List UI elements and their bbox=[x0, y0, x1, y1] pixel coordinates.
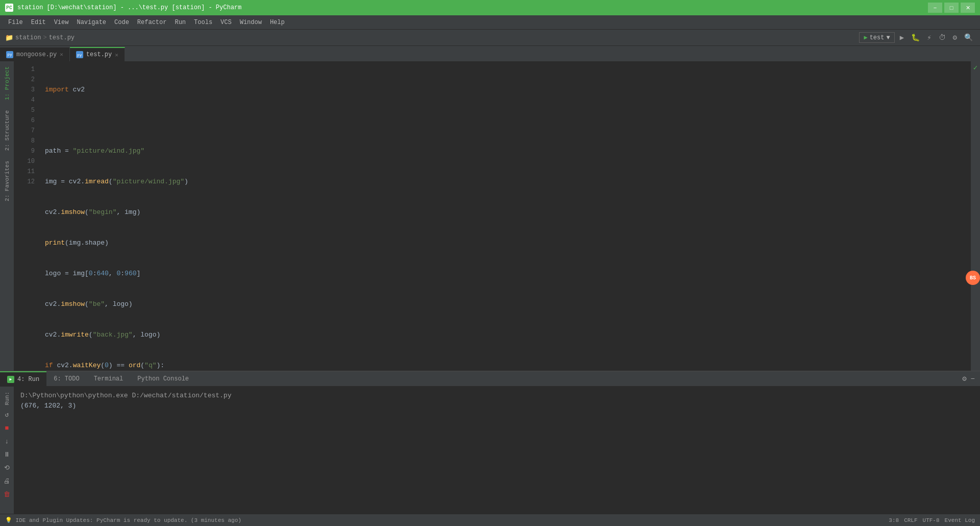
run-config-dropdown-icon: ▼ bbox=[886, 34, 890, 41]
sidebar-item-favorites[interactable]: 2: Favorites bbox=[2, 156, 12, 206]
minimize-panel-icon[interactable]: − bbox=[970, 374, 976, 384]
menu-file[interactable]: File bbox=[4, 17, 27, 28]
run-tab-icon: ▶ bbox=[7, 376, 14, 383]
status-bar: 💡 IDE and Plugin Updates: PyCharm is rea… bbox=[0, 514, 980, 526]
line-ending[interactable]: CRLF bbox=[904, 517, 917, 523]
status-bar-left: 💡 IDE and Plugin Updates: PyCharm is rea… bbox=[5, 517, 241, 523]
code-line-2 bbox=[45, 115, 966, 126]
line-num-11: 11 bbox=[14, 166, 35, 177]
code-line-8: cv2.imshow("be", logo) bbox=[45, 299, 966, 309]
run-left-toolbar: Run: ↺ ■ ↓ ⏸ ⟲ 🖨 🗑 bbox=[0, 387, 14, 514]
bottom-tab-python-console[interactable]: Python Console bbox=[130, 371, 196, 386]
maximize-button[interactable]: □ bbox=[944, 3, 959, 13]
stop-button[interactable]: ■ bbox=[2, 422, 13, 434]
debug-button[interactable]: 🐛 bbox=[909, 32, 922, 43]
mongoose-file-icon: py bbox=[6, 51, 13, 58]
line-num-8: 8 bbox=[14, 136, 35, 146]
bottom-tab-todo[interactable]: 6: TODO bbox=[46, 371, 86, 386]
bottom-tabs-bar: ▶ 4: Run 6: TODO Terminal Python Console… bbox=[0, 371, 980, 387]
tab-test[interactable]: py test.py ✕ bbox=[70, 47, 125, 61]
bottom-tab-controls: ⚙ − bbox=[961, 373, 980, 384]
tab-mongoose[interactable]: py mongoose.py ✕ bbox=[0, 47, 70, 61]
bottom-tab-run[interactable]: ▶ 4: Run bbox=[0, 371, 46, 386]
line-num-3: 3 bbox=[14, 85, 35, 95]
soft-wrap-button[interactable]: ⟲ bbox=[2, 462, 13, 473]
run-config-selector[interactable]: ▶ test ▼ bbox=[859, 32, 894, 43]
code-line-10: if cv2.waitKey(0) == ord("q"): bbox=[45, 361, 966, 371]
tab-test-close[interactable]: ✕ bbox=[115, 52, 118, 58]
event-log[interactable]: Event Log bbox=[945, 517, 975, 523]
tab-test-label: test.py bbox=[86, 51, 112, 58]
pause-button[interactable]: ⏸ bbox=[2, 449, 13, 460]
profile-button[interactable]: ⏱ bbox=[937, 33, 948, 43]
code-editor[interactable]: import cv2 path = "picture/wind.jpg" img… bbox=[40, 61, 971, 371]
bottom-tab-terminal[interactable]: Terminal bbox=[87, 371, 131, 386]
plugin-badge[interactable]: BS bbox=[966, 271, 980, 285]
breadcrumb: 📁 station > test.py bbox=[5, 34, 75, 42]
breadcrumb-separator: > bbox=[43, 34, 46, 41]
rerun-button[interactable]: ↺ bbox=[2, 409, 13, 420]
line-num-12: 12 bbox=[14, 177, 35, 187]
menu-help[interactable]: Help bbox=[266, 17, 289, 28]
menu-vcs[interactable]: VCS bbox=[216, 17, 236, 28]
line-num-10: 10 bbox=[14, 156, 35, 166]
settings-panel-icon[interactable]: ⚙ bbox=[961, 373, 967, 384]
status-message: 💡 IDE and Plugin Updates: PyCharm is rea… bbox=[5, 517, 241, 523]
code-line-3: path = "picture/wind.jpg" bbox=[45, 146, 966, 156]
run-panel-label: Run: bbox=[4, 390, 10, 407]
coverage-button[interactable]: ⚡ bbox=[925, 32, 933, 43]
toolbar-right: ▶ test ▼ ▶ 🐛 ⚡ ⏱ ⚙ 🔍 bbox=[859, 32, 975, 43]
encoding[interactable]: UTF-8 bbox=[923, 517, 940, 523]
bottom-panel: ▶ 4: Run 6: TODO Terminal Python Console… bbox=[0, 371, 980, 514]
tab-mongoose-close[interactable]: ✕ bbox=[60, 51, 63, 58]
line-num-2: 2 bbox=[14, 75, 35, 85]
title-bar-text: station [D:\wechat\station] - ...\test.p… bbox=[17, 4, 241, 11]
run-config-label: test bbox=[870, 34, 885, 41]
editor-gutter-right: ✓ bbox=[971, 61, 980, 371]
menu-edit[interactable]: Edit bbox=[27, 17, 50, 28]
breadcrumb-project[interactable]: station bbox=[15, 34, 41, 41]
menu-tools[interactable]: Tools bbox=[190, 17, 216, 28]
bottom-tab-todo-label: 6: TODO bbox=[54, 375, 79, 382]
breadcrumb-bar: 📁 station > test.py ▶ test ▼ ▶ 🐛 ⚡ ⏱ ⚙ 🔍 bbox=[0, 30, 980, 46]
bottom-tab-python-console-label: Python Console bbox=[137, 375, 189, 382]
menu-run[interactable]: Run bbox=[170, 17, 190, 28]
editor-tabs: py mongoose.py ✕ py test.py ✕ bbox=[0, 46, 980, 61]
settings-button[interactable]: ⚙ bbox=[951, 32, 959, 43]
run-button[interactable]: ▶ bbox=[898, 32, 906, 43]
menu-navigate[interactable]: Navigate bbox=[72, 17, 110, 28]
code-line-6: print(img.shape) bbox=[45, 238, 966, 248]
menu-bar: File Edit View Navigate Code Refactor Ru… bbox=[0, 15, 980, 30]
sidebar-item-project[interactable]: 1: Project bbox=[2, 61, 12, 105]
line-num-5: 5 bbox=[14, 105, 35, 115]
minimize-button[interactable]: − bbox=[928, 3, 942, 13]
code-line-1: import cv2 bbox=[45, 85, 966, 95]
sidebar-item-structure[interactable]: 2: Structure bbox=[2, 105, 12, 156]
app-icon: PC bbox=[5, 4, 13, 12]
scroll-end-button[interactable]: ↓ bbox=[2, 436, 13, 447]
code-line-7: logo = img[0:640, 0:960] bbox=[45, 269, 966, 279]
menu-code[interactable]: Code bbox=[110, 17, 133, 28]
menu-view[interactable]: View bbox=[50, 17, 73, 28]
bottom-content: Run: ↺ ■ ↓ ⏸ ⟲ 🖨 🗑 D:\Python\python\pyth… bbox=[0, 387, 980, 514]
search-everywhere-button[interactable]: 🔍 bbox=[962, 32, 975, 43]
tab-mongoose-label: mongoose.py bbox=[16, 51, 57, 58]
code-line-4: img = cv2.imread("picture/wind.jpg") bbox=[45, 177, 966, 187]
status-bar-right: 3:8 CRLF UTF-8 Event Log bbox=[889, 517, 975, 523]
print-button[interactable]: 🖨 bbox=[2, 475, 13, 487]
editor-container: 1 2 3 4 5 6 7 8 9 10 11 12 import cv2 pa… bbox=[14, 61, 980, 371]
main-area: 1: Project 2: Structure 2: Favorites 1 2… bbox=[0, 61, 980, 371]
menu-window[interactable]: Window bbox=[236, 17, 266, 28]
clear-button[interactable]: 🗑 bbox=[2, 489, 13, 500]
code-line-5: cv2.imshow("begin", img) bbox=[45, 207, 966, 218]
line-num-7: 7 bbox=[14, 126, 35, 136]
breadcrumb-file[interactable]: test.py bbox=[49, 34, 75, 41]
close-button[interactable]: ✕ bbox=[961, 3, 975, 13]
menu-refactor[interactable]: Refactor bbox=[133, 17, 171, 28]
title-bar-controls: − □ ✕ bbox=[928, 3, 975, 13]
project-folder-icon: 📁 bbox=[5, 34, 13, 42]
console-output-line-1: (676, 1202, 3) bbox=[20, 401, 974, 411]
line-num-1: 1 bbox=[14, 64, 35, 75]
cursor-position[interactable]: 3:8 bbox=[889, 517, 899, 523]
far-left-sidebar: 1: Project 2: Structure 2: Favorites bbox=[0, 61, 14, 371]
